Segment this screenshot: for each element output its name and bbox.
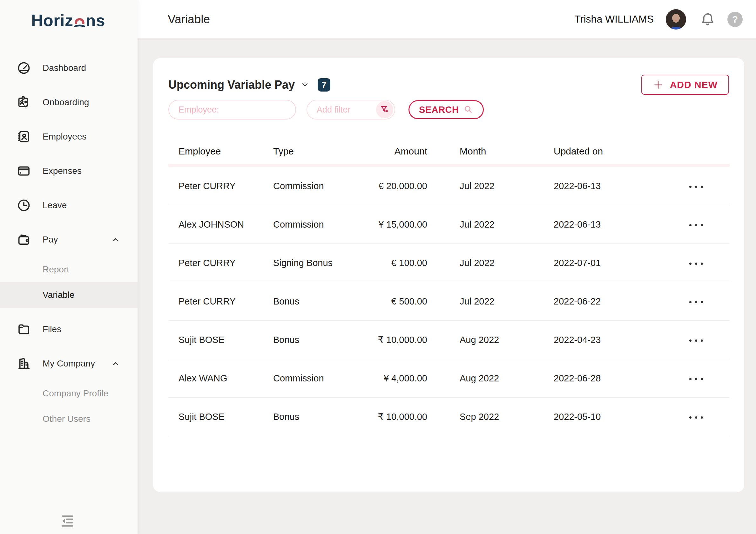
cell-employee: Peter CURRY <box>168 258 273 268</box>
sidebar: Horizns Dashboard Onboarding Employees E… <box>0 0 138 534</box>
cell-month: Jul 2022 <box>427 296 554 307</box>
cell-type: Bonus <box>273 412 349 422</box>
cell-updated-on: 2022-06-22 <box>554 296 684 307</box>
app-root: Horizns Dashboard Onboarding Employees E… <box>0 0 756 534</box>
sidebar-item-label: Employees <box>42 131 87 142</box>
cell-employee: Alex WANG <box>168 373 273 384</box>
row-actions-button[interactable] <box>686 181 706 192</box>
logo-sunrise-icon <box>74 13 86 29</box>
help-glyph: ? <box>732 14 738 25</box>
row-actions-button[interactable] <box>686 412 706 423</box>
sidebar-item-pay[interactable]: Pay <box>0 222 138 257</box>
content-area: Upcoming Variable Pay 7 ADD NEW Add filt… <box>138 39 756 534</box>
indent-decrease-icon <box>59 524 76 530</box>
row-actions-button[interactable] <box>686 296 706 308</box>
cell-employee: Alex JOHNSON <box>168 219 273 230</box>
employee-filter-input[interactable] <box>168 100 296 120</box>
table-row[interactable]: Peter CURRY Bonus € 500.00 Jul 2022 2022… <box>168 282 730 321</box>
cell-amount: ₹ 10,000.00 <box>349 334 427 345</box>
variable-pay-card: Upcoming Variable Pay 7 ADD NEW Add filt… <box>153 58 744 492</box>
sidebar-item-other-users[interactable]: Other Users <box>0 406 138 432</box>
sidebar-item-company-profile[interactable]: Company Profile <box>0 381 138 406</box>
sidebar-item-label: Onboarding <box>42 97 89 107</box>
sidebar-item-my-company[interactable]: My Company <box>0 347 138 381</box>
user-name: Trisha WILLIAMS <box>574 14 654 25</box>
view-selector-label: Upcoming Variable Pay <box>168 78 295 92</box>
avatar[interactable] <box>666 9 686 30</box>
cell-updated-on: 2022-06-13 <box>554 181 684 191</box>
help-button[interactable]: ? <box>727 12 742 27</box>
notifications-bell-icon[interactable] <box>699 11 716 28</box>
view-selector[interactable]: Upcoming Variable Pay 7 <box>168 78 330 92</box>
add-new-button[interactable]: ADD NEW <box>641 75 729 95</box>
logo-text-start: Horiz <box>31 11 73 30</box>
sidebar-item-onboarding[interactable]: Onboarding <box>0 85 138 120</box>
cell-updated-on: 2022-06-28 <box>554 373 684 384</box>
sidebar-item-variable[interactable]: Variable <box>0 282 138 308</box>
sidebar-item-label: Leave <box>42 200 67 211</box>
chevron-up-icon <box>111 359 121 368</box>
cell-month: Jul 2022 <box>427 258 554 268</box>
table-body: Peter CURRY Commission € 20,000.00 Jul 2… <box>168 167 730 436</box>
cell-month: Jul 2022 <box>427 181 554 191</box>
main-area: Variable Trisha WILLIAMS ? Upcoming Vari… <box>138 0 756 534</box>
column-header-employee: Employee <box>168 146 273 157</box>
cell-updated-on: 2022-07-01 <box>554 258 684 268</box>
contacts-book-icon <box>16 129 31 144</box>
wallet-icon <box>16 232 31 247</box>
clock-icon <box>16 198 31 213</box>
collapse-sidebar-button[interactable] <box>59 512 76 529</box>
cell-amount: ¥ 4,000.00 <box>349 373 427 384</box>
cell-amount: € 100.00 <box>349 258 427 268</box>
sidebar-item-employees[interactable]: Employees <box>0 120 138 154</box>
cell-updated-on: 2022-04-23 <box>554 335 684 345</box>
chevron-up-icon <box>111 235 121 244</box>
sidebar-subitem-label: Variable <box>42 290 75 300</box>
row-actions-button[interactable] <box>686 258 706 269</box>
building-icon <box>16 356 31 371</box>
sidebar-subitem-label: Company Profile <box>42 388 108 399</box>
count-badge: 7 <box>318 78 330 92</box>
sidebar-item-expenses[interactable]: Expenses <box>0 154 138 188</box>
cell-month: Sep 2022 <box>427 412 554 422</box>
cell-employee: Peter CURRY <box>168 181 273 191</box>
table-row[interactable]: Alex WANG Commission ¥ 4,000.00 Aug 2022… <box>168 359 730 398</box>
sidebar-subitem-label: Report <box>42 265 69 275</box>
cell-type: Commission <box>273 219 349 230</box>
table-row[interactable]: Peter CURRY Commission € 20,000.00 Jul 2… <box>168 167 730 205</box>
variable-pay-table: Employee Type Amount Month Updated on Pe… <box>168 139 730 436</box>
column-header-month: Month <box>427 146 554 157</box>
table-row[interactable]: Sujit BOSE Bonus ₹ 10,000.00 Aug 2022 20… <box>168 321 730 359</box>
sidebar-item-leave[interactable]: Leave <box>0 188 138 222</box>
table-header: Employee Type Amount Month Updated on <box>168 139 730 164</box>
cell-type: Commission <box>273 181 349 191</box>
sidebar-item-label: Dashboard <box>42 63 86 73</box>
row-actions-button[interactable] <box>686 374 706 385</box>
column-header-amount: Amount <box>349 146 427 157</box>
cell-amount: ¥ 15,000.00 <box>349 219 427 230</box>
search-button[interactable]: SEARCH <box>409 100 484 119</box>
column-header-updated-on: Updated on <box>554 146 684 157</box>
cell-amount: € 500.00 <box>349 296 427 307</box>
table-row[interactable]: Sujit BOSE Bonus ₹ 10,000.00 Sep 2022 20… <box>168 398 730 436</box>
cell-type: Bonus <box>273 296 349 307</box>
folder-icon <box>16 322 31 337</box>
cell-type: Bonus <box>273 335 349 345</box>
table-row[interactable]: Peter CURRY Signing Bonus € 100.00 Jul 2… <box>168 244 730 282</box>
horizons-logo[interactable]: Horizns <box>0 0 138 51</box>
cell-type: Commission <box>273 373 349 384</box>
sidebar-item-files[interactable]: Files <box>0 312 138 347</box>
credit-card-icon <box>16 164 31 178</box>
sidebar-item-dashboard[interactable]: Dashboard <box>0 51 138 85</box>
filter-row: Add filter SEARCH <box>153 95 744 120</box>
row-actions-button[interactable] <box>686 335 706 346</box>
sidebar-nav: Dashboard Onboarding Employees Expenses … <box>0 51 138 432</box>
cell-employee: Sujit BOSE <box>168 335 273 345</box>
search-label: SEARCH <box>419 104 459 115</box>
row-actions-button[interactable] <box>686 220 706 231</box>
add-filter-button[interactable]: Add filter <box>307 100 395 120</box>
cell-month: Aug 2022 <box>427 373 554 384</box>
table-row[interactable]: Alex JOHNSON Commission ¥ 15,000.00 Jul … <box>168 205 730 244</box>
sidebar-item-report[interactable]: Report <box>0 257 138 282</box>
sidebar-item-label: Pay <box>42 235 58 245</box>
